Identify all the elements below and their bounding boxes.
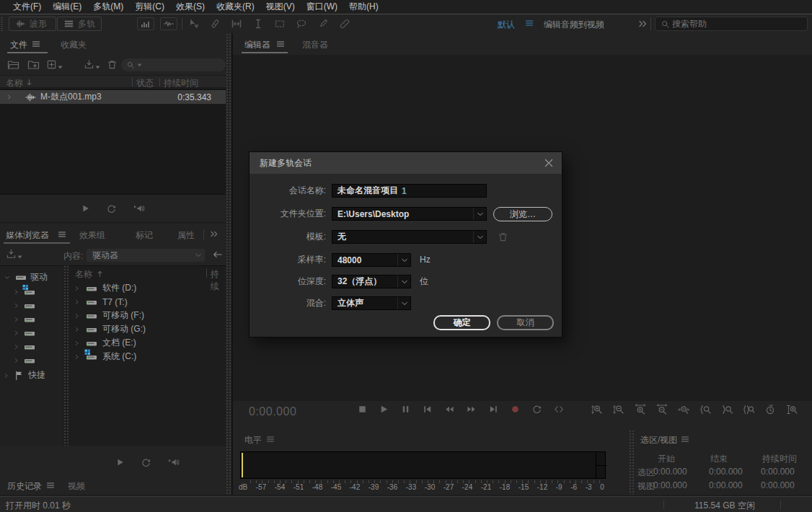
panel-resize-gripper[interactable] xyxy=(226,33,231,495)
workspace-menu-icon[interactable] xyxy=(525,19,534,27)
tab-effects-rack[interactable]: 效果组 xyxy=(79,229,105,242)
tab-history[interactable]: 历史记录 xyxy=(7,480,42,493)
files-col-status[interactable]: 状态 xyxy=(136,77,154,89)
tab-mixer[interactable]: 混音器 xyxy=(302,39,328,51)
auto-play-icon[interactable] xyxy=(167,457,181,467)
help-search-box[interactable] xyxy=(655,17,808,31)
tab-properties[interactable]: 属性 xyxy=(177,229,195,242)
skip-to-next-icon[interactable] xyxy=(488,404,499,415)
slip-tool[interactable] xyxy=(231,18,242,30)
tree-drive-item[interactable] xyxy=(0,326,63,340)
menu-favorites[interactable]: 收藏夹(R) xyxy=(211,0,260,14)
workspace-secondary[interactable]: 编辑音频到视频 xyxy=(544,19,604,31)
chevron-collapsed-icon[interactable] xyxy=(13,288,19,296)
column-separator[interactable] xyxy=(159,78,160,87)
drive-row[interactable]: 可移动 (F:) xyxy=(69,309,226,322)
tab-markers[interactable]: 标记 xyxy=(136,229,153,242)
skip-to-previous-icon[interactable] xyxy=(422,404,433,415)
record-icon[interactable] xyxy=(510,404,521,415)
chevron-collapsed-icon[interactable] xyxy=(13,357,19,364)
editor-panel-menu-icon[interactable] xyxy=(276,40,285,48)
chevron-collapsed-icon[interactable] xyxy=(74,326,80,333)
razor-tool[interactable] xyxy=(209,18,221,30)
tab-favorites[interactable]: 收藏夹 xyxy=(61,39,87,51)
mix-dropdown[interactable]: 立体声 xyxy=(332,296,411,310)
workspace-default[interactable]: 默认 xyxy=(498,19,515,31)
column-separator[interactable] xyxy=(206,269,207,278)
template-dropdown[interactable]: 无 xyxy=(332,230,487,244)
multitrack-view-button[interactable]: 多轨 xyxy=(57,17,102,31)
new-content-icon[interactable] xyxy=(46,59,63,70)
loop-playback-icon[interactable] xyxy=(141,457,151,468)
time-selection-tool[interactable] xyxy=(252,18,264,30)
tree-drive-item[interactable] xyxy=(0,285,63,299)
tab-video[interactable]: 视频 xyxy=(68,480,85,493)
chevron-down-icon[interactable] xyxy=(397,254,410,266)
menu-help[interactable]: 帮助(H) xyxy=(343,0,384,14)
marquee-selection-tool[interactable] xyxy=(274,18,286,30)
column-separator[interactable] xyxy=(132,78,133,87)
panel-overflow-icon[interactable] xyxy=(209,230,219,238)
rewind-icon[interactable] xyxy=(443,404,455,415)
zoom-to-in-point-icon[interactable] xyxy=(700,404,711,415)
expand-chevron-icon[interactable] xyxy=(6,94,12,100)
dialog-title-bar[interactable]: 新建多轨会话 xyxy=(250,152,562,174)
menu-edit[interactable]: 编辑(E) xyxy=(47,0,87,14)
tree-shortcuts[interactable]: 快捷 xyxy=(0,368,63,382)
menu-multitrack[interactable]: 多轨(M) xyxy=(87,0,129,14)
zoom-in-time-icon[interactable] xyxy=(635,404,646,415)
content-dropdown[interactable]: 驱动器 xyxy=(87,249,205,262)
play-icon[interactable] xyxy=(80,203,90,213)
help-search-input[interactable] xyxy=(672,19,802,29)
paintbrush-tool[interactable] xyxy=(317,18,329,30)
chevron-expanded-icon[interactable] xyxy=(4,274,11,281)
full-zoom-icon[interactable] xyxy=(786,404,798,415)
ok-button[interactable]: 确定 xyxy=(433,315,490,330)
chevron-collapsed-icon[interactable] xyxy=(74,312,80,319)
timed-record-icon[interactable] xyxy=(764,404,776,415)
tree-drive-item[interactable] xyxy=(0,353,63,367)
chevron-down-icon[interactable] xyxy=(473,231,486,243)
chevron-collapsed-icon[interactable] xyxy=(74,340,80,347)
tree-root-drives[interactable]: 驱动 xyxy=(0,270,63,284)
session-name-input[interactable]: 未命名混音项目 1 xyxy=(332,184,487,198)
selection-start-value[interactable]: 0:00.000 xyxy=(653,467,687,477)
chevron-collapsed-icon[interactable] xyxy=(3,372,9,379)
stop-icon[interactable] xyxy=(357,404,368,415)
tab-levels[interactable]: 电平 xyxy=(244,434,262,446)
loop-playback-icon[interactable] xyxy=(106,203,117,214)
import-media-icon[interactable] xyxy=(6,249,22,260)
sample-rate-dropdown[interactable]: 48000 xyxy=(332,253,411,267)
cancel-button[interactable]: 取消 xyxy=(497,315,554,330)
media-col-name[interactable]: 名称 xyxy=(75,268,92,281)
back-arrow-icon[interactable] xyxy=(212,250,223,259)
level-meter[interactable] xyxy=(240,451,606,479)
tree-list-splitter[interactable] xyxy=(63,265,69,446)
open-file-icon[interactable] xyxy=(7,59,19,70)
files-col-duration[interactable]: 持续时间 xyxy=(164,77,198,89)
chevron-collapsed-icon[interactable] xyxy=(13,343,19,350)
play-icon[interactable] xyxy=(115,457,125,467)
drive-row[interactable]: 系统 (C:) xyxy=(69,350,226,363)
menu-effects[interactable]: 效果(S) xyxy=(170,0,211,14)
chevron-collapsed-icon[interactable] xyxy=(74,353,80,361)
menu-clip[interactable]: 剪辑(C) xyxy=(129,0,170,14)
loop-playback-icon[interactable] xyxy=(531,404,542,415)
chevron-collapsed-icon[interactable] xyxy=(13,302,19,309)
chevron-collapsed-icon[interactable] xyxy=(74,285,80,292)
drive-row[interactable]: 可移动 (G:) xyxy=(69,322,226,336)
tree-drive-item[interactable] xyxy=(0,299,63,312)
auto-play-icon[interactable] xyxy=(133,203,146,213)
chevron-collapsed-icon[interactable] xyxy=(13,330,19,337)
play-icon[interactable] xyxy=(379,404,389,415)
selection-end-value[interactable]: 0:00.000 xyxy=(709,467,743,477)
tree-drive-item[interactable] xyxy=(0,340,63,353)
drive-row[interactable]: 文档 (E:) xyxy=(69,336,226,350)
move-tool[interactable] xyxy=(187,18,199,30)
tree-drive-item[interactable] xyxy=(0,312,63,326)
files-col-name[interactable]: 名称 xyxy=(6,77,23,89)
zoom-to-selection-icon[interactable] xyxy=(743,404,754,415)
zoom-out-amplitude-icon[interactable] xyxy=(613,404,625,415)
chevron-collapsed-icon[interactable] xyxy=(13,316,19,323)
playhead-timecode[interactable]: 0:00.000 xyxy=(249,405,296,418)
